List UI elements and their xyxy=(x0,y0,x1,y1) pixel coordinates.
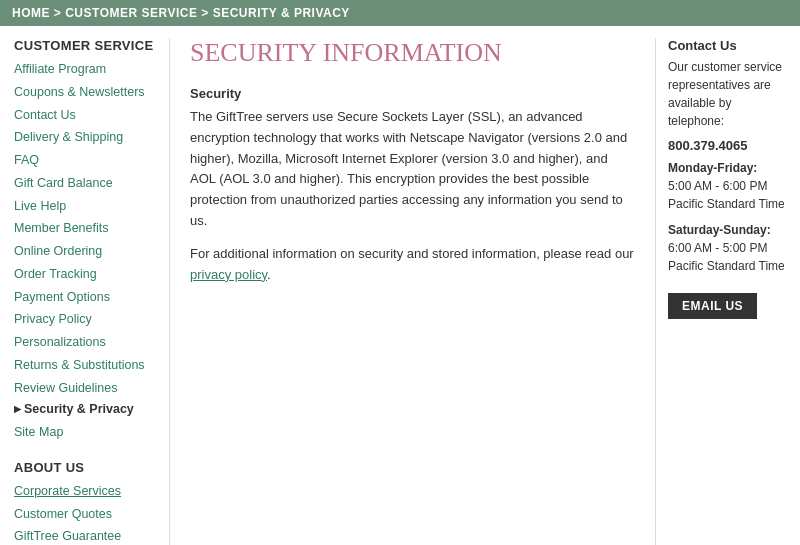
breadcrumb-sep1: > xyxy=(54,6,65,20)
sidebar-item-site-map[interactable]: Site Map xyxy=(14,422,159,442)
weekday-label: Monday-Friday: xyxy=(668,161,788,175)
sidebar-item-affiliate-program[interactable]: Affiliate Program xyxy=(14,59,159,79)
about-us-nav: Corporate ServicesCustomer QuotesGiftTre… xyxy=(14,481,159,545)
breadcrumb-current: SECURITY & PRIVACY xyxy=(213,6,350,20)
phone-number: 800.379.4065 xyxy=(668,138,788,153)
security-paragraph2: For additional information on security a… xyxy=(190,244,635,286)
sidebar-item-live-help[interactable]: Live Help xyxy=(14,196,159,216)
weekend-hours: 6:00 AM - 5:00 PM Pacific Standard Time xyxy=(668,239,788,275)
breadcrumb-home[interactable]: HOME xyxy=(12,6,50,20)
left-sidebar: CUSTOMER SERVICE Affiliate ProgramCoupon… xyxy=(0,38,170,545)
sidebar-item-coupons---newsletters[interactable]: Coupons & Newsletters xyxy=(14,82,159,102)
sidebar-item-security---privacy[interactable]: Security & Privacy xyxy=(14,400,159,419)
sidebar-item-order-tracking[interactable]: Order Tracking xyxy=(14,264,159,284)
sidebar-item-privacy-policy[interactable]: Privacy Policy xyxy=(14,309,159,329)
page-title: SECURITY INFORMATION xyxy=(190,38,635,68)
section-subtitle: Security xyxy=(190,86,635,101)
sidebar-item-review-guidelines[interactable]: Review Guidelines xyxy=(14,378,159,398)
weekday-hours: 5:00 AM - 6:00 PM Pacific Standard Time xyxy=(668,177,788,213)
weekend-label: Saturday-Sunday: xyxy=(668,223,788,237)
sidebar-item-payment-options[interactable]: Payment Options xyxy=(14,287,159,307)
about-item-customer-quotes[interactable]: Customer Quotes xyxy=(14,504,159,524)
sidebar-item-contact-us[interactable]: Contact Us xyxy=(14,105,159,125)
privacy-policy-link[interactable]: privacy policy xyxy=(190,267,267,282)
sidebar-item-returns---substitutions[interactable]: Returns & Substitutions xyxy=(14,355,159,375)
about-us-section-title: ABOUT US xyxy=(14,460,159,475)
right-sidebar: Contact Us Our customer service represen… xyxy=(655,38,800,545)
sidebar-item-faq[interactable]: FAQ xyxy=(14,150,159,170)
security-paragraph1: The GiftTree servers use Secure Sockets … xyxy=(190,107,635,232)
customer-service-section-title: CUSTOMER SERVICE xyxy=(14,38,159,53)
breadcrumb: HOME > CUSTOMER SERVICE > SECURITY & PRI… xyxy=(0,0,800,26)
paragraph2-start: For additional information on security a… xyxy=(190,246,634,261)
sidebar-item-member-benefits[interactable]: Member Benefits xyxy=(14,218,159,238)
breadcrumb-customer-service[interactable]: CUSTOMER SERVICE xyxy=(65,6,197,20)
sidebar-item-personalizations[interactable]: Personalizations xyxy=(14,332,159,352)
paragraph2-end: . xyxy=(267,267,271,282)
email-us-button[interactable]: EMAIL US xyxy=(668,293,757,319)
sidebar-item-delivery---shipping[interactable]: Delivery & Shipping xyxy=(14,127,159,147)
sidebar-item-online-ordering[interactable]: Online Ordering xyxy=(14,241,159,261)
breadcrumb-sep2: > xyxy=(201,6,212,20)
customer-service-nav: Affiliate ProgramCoupons & NewslettersCo… xyxy=(14,59,159,442)
about-item-corporate-services[interactable]: Corporate Services xyxy=(14,481,159,501)
main-content: SECURITY INFORMATION Security The GiftTr… xyxy=(170,38,655,545)
contact-text: Our customer service representatives are… xyxy=(668,58,788,130)
sidebar-item-gift-card-balance[interactable]: Gift Card Balance xyxy=(14,173,159,193)
contact-title: Contact Us xyxy=(668,38,788,53)
about-item-gifttree-guarantee[interactable]: GiftTree Guarantee xyxy=(14,526,159,545)
